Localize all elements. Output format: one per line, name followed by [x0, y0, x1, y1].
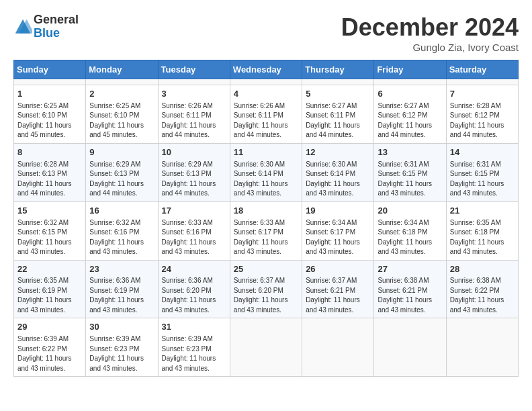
calendar-week-3: 15Sunrise: 6:32 AM Sunset: 6:15 PM Dayli…	[14, 201, 519, 260]
day-info: Sunrise: 6:31 AM Sunset: 6:15 PM Dayligh…	[378, 160, 442, 199]
calendar-cell: 7Sunrise: 6:28 AM Sunset: 6:12 PM Daylig…	[446, 85, 518, 144]
day-info: Sunrise: 6:29 AM Sunset: 6:13 PM Dayligh…	[89, 160, 154, 199]
weekday-header-monday: Monday	[86, 60, 158, 79]
day-number: 16	[89, 205, 154, 218]
calendar-cell: 27Sunrise: 6:38 AM Sunset: 6:21 PM Dayli…	[374, 260, 446, 318]
day-number: 20	[378, 205, 442, 218]
page-header: General Blue December 2024 Gunglo Zia, I…	[13, 13, 519, 53]
calendar-cell	[158, 79, 230, 85]
day-number: 27	[378, 263, 442, 276]
calendar-cell: 15Sunrise: 6:32 AM Sunset: 6:15 PM Dayli…	[14, 201, 86, 260]
day-number: 22	[17, 263, 82, 276]
day-number: 6	[378, 88, 442, 101]
day-number: 21	[450, 205, 515, 218]
calendar-cell: 4Sunrise: 6:26 AM Sunset: 6:11 PM Daylig…	[230, 85, 302, 144]
day-info: Sunrise: 6:37 AM Sunset: 6:21 PM Dayligh…	[306, 276, 370, 315]
day-info: Sunrise: 6:28 AM Sunset: 6:12 PM Dayligh…	[450, 101, 515, 140]
day-info: Sunrise: 6:27 AM Sunset: 6:11 PM Dayligh…	[306, 101, 370, 140]
day-number: 8	[17, 146, 82, 159]
calendar-cell: 24Sunrise: 6:36 AM Sunset: 6:20 PM Dayli…	[158, 260, 230, 318]
calendar-cell: 28Sunrise: 6:38 AM Sunset: 6:22 PM Dayli…	[446, 260, 518, 318]
calendar-cell: 5Sunrise: 6:27 AM Sunset: 6:11 PM Daylig…	[302, 85, 374, 144]
day-info: Sunrise: 6:34 AM Sunset: 6:17 PM Dayligh…	[306, 218, 370, 257]
weekday-header-friday: Friday	[374, 60, 446, 79]
calendar-cell	[302, 79, 374, 85]
day-number: 12	[306, 146, 370, 159]
day-number: 23	[89, 263, 154, 276]
day-number: 10	[162, 146, 226, 159]
calendar-week-4: 22Sunrise: 6:35 AM Sunset: 6:19 PM Dayli…	[14, 260, 519, 318]
calendar-cell	[374, 318, 446, 377]
day-number: 18	[234, 205, 298, 218]
day-info: Sunrise: 6:39 AM Sunset: 6:23 PM Dayligh…	[162, 334, 226, 373]
calendar-cell: 21Sunrise: 6:35 AM Sunset: 6:18 PM Dayli…	[446, 201, 518, 260]
weekday-header-tuesday: Tuesday	[158, 60, 230, 79]
calendar-cell: 2Sunrise: 6:25 AM Sunset: 6:10 PM Daylig…	[86, 85, 158, 144]
calendar-week-1: 1Sunrise: 6:25 AM Sunset: 6:10 PM Daylig…	[14, 85, 519, 144]
logo-icon	[13, 17, 32, 36]
day-number: 1	[17, 88, 82, 101]
calendar-cell: 23Sunrise: 6:36 AM Sunset: 6:19 PM Dayli…	[86, 260, 158, 318]
day-info: Sunrise: 6:29 AM Sunset: 6:13 PM Dayligh…	[162, 160, 226, 199]
calendar-cell: 8Sunrise: 6:28 AM Sunset: 6:13 PM Daylig…	[14, 143, 86, 201]
day-number: 3	[162, 88, 226, 101]
calendar-cell: 3Sunrise: 6:26 AM Sunset: 6:11 PM Daylig…	[158, 85, 230, 144]
day-number: 5	[306, 88, 370, 101]
day-number: 28	[450, 263, 515, 276]
weekday-header-thursday: Thursday	[302, 60, 374, 79]
calendar-cell: 25Sunrise: 6:37 AM Sunset: 6:20 PM Dayli…	[230, 260, 302, 318]
calendar-cell: 20Sunrise: 6:34 AM Sunset: 6:18 PM Dayli…	[374, 201, 446, 260]
calendar-cell: 17Sunrise: 6:33 AM Sunset: 6:16 PM Dayli…	[158, 201, 230, 260]
day-info: Sunrise: 6:38 AM Sunset: 6:22 PM Dayligh…	[450, 276, 515, 315]
day-info: Sunrise: 6:33 AM Sunset: 6:16 PM Dayligh…	[162, 218, 226, 257]
day-info: Sunrise: 6:33 AM Sunset: 6:17 PM Dayligh…	[234, 218, 298, 257]
day-number: 26	[306, 263, 370, 276]
weekday-header-row: SundayMondayTuesdayWednesdayThursdayFrid…	[14, 60, 519, 79]
month-title: December 2024	[341, 13, 519, 42]
day-number: 4	[234, 88, 298, 101]
day-info: Sunrise: 6:36 AM Sunset: 6:20 PM Dayligh…	[162, 276, 226, 315]
day-info: Sunrise: 6:36 AM Sunset: 6:19 PM Dayligh…	[89, 276, 154, 315]
day-number: 2	[89, 88, 154, 101]
day-number: 31	[162, 321, 226, 334]
day-number: 24	[162, 263, 226, 276]
day-number: 30	[89, 321, 154, 334]
calendar-cell: 14Sunrise: 6:31 AM Sunset: 6:15 PM Dayli…	[446, 143, 518, 201]
calendar-cell: 1Sunrise: 6:25 AM Sunset: 6:10 PM Daylig…	[14, 85, 86, 144]
day-info: Sunrise: 6:26 AM Sunset: 6:11 PM Dayligh…	[162, 101, 226, 140]
day-number: 25	[234, 263, 298, 276]
day-info: Sunrise: 6:37 AM Sunset: 6:20 PM Dayligh…	[234, 276, 298, 315]
weekday-header-saturday: Saturday	[446, 60, 518, 79]
day-info: Sunrise: 6:38 AM Sunset: 6:21 PM Dayligh…	[378, 276, 442, 315]
calendar-cell	[86, 79, 158, 85]
day-info: Sunrise: 6:31 AM Sunset: 6:15 PM Dayligh…	[450, 160, 515, 199]
day-number: 9	[89, 146, 154, 159]
calendar-cell: 11Sunrise: 6:30 AM Sunset: 6:14 PM Dayli…	[230, 143, 302, 201]
day-info: Sunrise: 6:39 AM Sunset: 6:22 PM Dayligh…	[17, 334, 82, 373]
calendar-week-5: 29Sunrise: 6:39 AM Sunset: 6:22 PM Dayli…	[14, 318, 519, 377]
calendar-cell: 26Sunrise: 6:37 AM Sunset: 6:21 PM Dayli…	[302, 260, 374, 318]
day-info: Sunrise: 6:30 AM Sunset: 6:14 PM Dayligh…	[306, 160, 370, 199]
day-info: Sunrise: 6:25 AM Sunset: 6:10 PM Dayligh…	[17, 101, 82, 140]
location-subtitle: Gunglo Zia, Ivory Coast	[341, 42, 519, 53]
day-info: Sunrise: 6:32 AM Sunset: 6:15 PM Dayligh…	[17, 218, 82, 257]
day-number: 14	[450, 146, 515, 159]
day-info: Sunrise: 6:30 AM Sunset: 6:14 PM Dayligh…	[234, 160, 298, 199]
day-info: Sunrise: 6:28 AM Sunset: 6:13 PM Dayligh…	[17, 160, 82, 199]
calendar-cell: 13Sunrise: 6:31 AM Sunset: 6:15 PM Dayli…	[374, 143, 446, 201]
title-block: December 2024 Gunglo Zia, Ivory Coast	[341, 13, 519, 53]
day-info: Sunrise: 6:25 AM Sunset: 6:10 PM Dayligh…	[89, 101, 154, 140]
calendar-cell	[374, 79, 446, 85]
calendar-cell: 10Sunrise: 6:29 AM Sunset: 6:13 PM Dayli…	[158, 143, 230, 201]
day-info: Sunrise: 6:39 AM Sunset: 6:23 PM Dayligh…	[89, 334, 154, 373]
calendar-cell: 22Sunrise: 6:35 AM Sunset: 6:19 PM Dayli…	[14, 260, 86, 318]
day-number: 7	[450, 88, 515, 101]
day-number: 13	[378, 146, 442, 159]
calendar-cell: 31Sunrise: 6:39 AM Sunset: 6:23 PM Dayli…	[158, 318, 230, 377]
calendar-cell	[14, 79, 86, 85]
calendar-cell: 6Sunrise: 6:27 AM Sunset: 6:12 PM Daylig…	[374, 85, 446, 144]
day-info: Sunrise: 6:35 AM Sunset: 6:19 PM Dayligh…	[17, 276, 82, 315]
calendar-table: SundayMondayTuesdayWednesdayThursdayFrid…	[13, 60, 519, 377]
calendar-cell: 9Sunrise: 6:29 AM Sunset: 6:13 PM Daylig…	[86, 143, 158, 201]
logo-general-text: General	[34, 13, 79, 27]
